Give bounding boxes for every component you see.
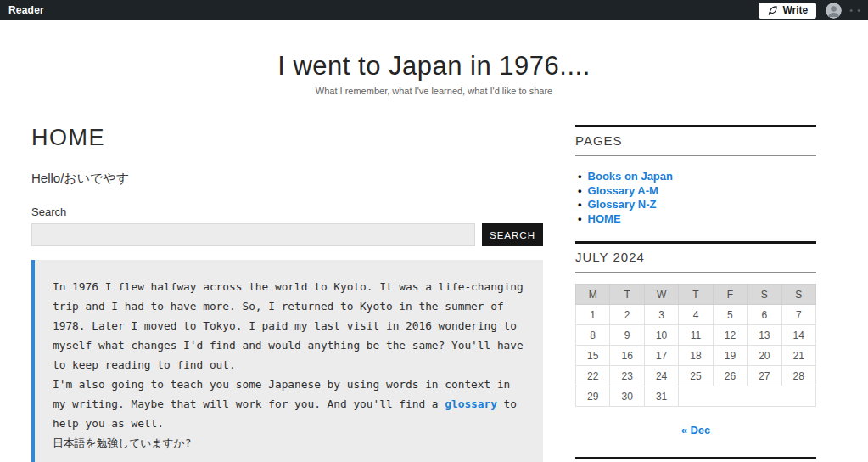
calendar-day-cell: 4	[679, 305, 713, 325]
calendar-day-header: F	[713, 285, 747, 305]
intro-line: myself what changes I'd find and would a…	[53, 335, 533, 355]
search-button[interactable]: SEARCH	[482, 223, 543, 246]
calendar-day-cell: 25	[679, 366, 713, 386]
calendar-week-row: 15161718192021	[576, 346, 816, 366]
pages-widget-heading: PAGES	[575, 127, 816, 156]
page-link[interactable]: HOME	[588, 212, 621, 225]
calendar-day-cell: 23	[610, 366, 644, 386]
intro-line: I'm also going to teach you some Japanes…	[53, 375, 533, 394]
calendar-day-cell: 7	[781, 305, 815, 325]
intro-line: to keep reading to find out.	[53, 355, 533, 375]
search-label: Search	[31, 206, 543, 218]
calendar-day-header: M	[576, 285, 610, 305]
calendar-day-cell: 6	[748, 305, 781, 325]
intro-line: help you as well.	[53, 414, 533, 433]
calendar-day-cell: 19	[713, 346, 747, 366]
intro-line: 日本語を勉強していますか?	[53, 433, 533, 453]
calendar-week-row: 1234567	[576, 305, 816, 325]
calendar-day-cell: 26	[713, 366, 747, 386]
intro-line: In 1976 I flew halfway across the world …	[53, 277, 533, 296]
page-link[interactable]: Glossary A-M	[588, 184, 658, 197]
previous-month-link[interactable]: « Dec	[681, 424, 711, 437]
pages-list-item: Glossary N-Z	[578, 199, 816, 211]
additional-widget: Additional links	[575, 457, 816, 462]
calendar-day-cell: 10	[644, 325, 678, 346]
calendar-day-cell: 30	[610, 386, 644, 407]
calendar-day-cell: 20	[748, 346, 781, 366]
calendar-day-header: S	[748, 285, 781, 305]
write-button[interactable]: Write	[759, 3, 816, 19]
calendar-day-header: W	[644, 285, 678, 305]
pages-list-item: Books on Japan	[578, 171, 816, 183]
calendar-day-cell: 22	[576, 366, 610, 386]
intro-blockquote: In 1976 I flew halfway across the world …	[31, 260, 543, 462]
intro-line-text: to	[497, 397, 517, 410]
write-button-label: Write	[782, 4, 808, 16]
calendar-day-header: T	[610, 285, 644, 305]
search-input[interactable]	[31, 223, 475, 246]
calendar-day-cell: 29	[576, 386, 610, 407]
calendar-day-cell: 24	[644, 366, 678, 386]
calendar-day-header-row: MTWTFSS	[576, 285, 816, 305]
calendar-day-cell: 5	[713, 305, 747, 325]
calendar-day-cell: 2	[610, 305, 644, 325]
calendar-day-header: S	[781, 285, 815, 305]
site-header: I went to Japan in 1976.... What I remem…	[0, 20, 868, 96]
more-menu-partial-icon[interactable]: • •	[849, 5, 861, 15]
content-area: HOME Hello/おいでやす Search SEARCH In 1976 I…	[0, 125, 868, 462]
page-title: HOME	[31, 125, 543, 150]
calendar-day-cell: 16	[610, 346, 644, 366]
site-tagline: What I remember, what I've learned, what…	[0, 86, 868, 96]
calendar-empty-cell	[679, 386, 816, 407]
intro-line: my writing. Maybe that will work for you…	[53, 394, 533, 414]
calendar-day-header: T	[679, 285, 713, 305]
pages-list-item: Glossary A-M	[578, 185, 816, 198]
calendar-day-cell: 9	[610, 325, 644, 346]
calendar-day-cell: 13	[748, 325, 781, 346]
calendar-day-cell: 18	[679, 346, 713, 366]
calendar-day-cell: 8	[576, 325, 610, 346]
calendar-day-cell: 11	[679, 325, 713, 346]
glossary-link[interactable]: glossary	[445, 397, 497, 410]
intro-line-text: my writing. Maybe that will work for you…	[53, 397, 445, 410]
page-link[interactable]: Glossary N-Z	[588, 198, 657, 211]
calendar-day-cell: 27	[748, 366, 781, 386]
intro-line: 1978. Later I moved to Tokyo. I paid my …	[53, 316, 533, 335]
calendar-day-cell: 1	[576, 305, 610, 325]
calendar-week-row: 22232425262728	[576, 366, 816, 386]
pen-icon	[767, 5, 778, 16]
pages-list: Books on JapanGlossary A-MGlossary N-ZHO…	[575, 171, 816, 225]
reader-menu[interactable]: Reader	[8, 4, 44, 16]
calendar-day-cell: 14	[781, 325, 815, 346]
intro-line: trip and I had to have more. So, I retur…	[53, 296, 533, 316]
calendar-day-cell: 21	[781, 346, 815, 366]
search-form: SEARCH	[31, 223, 543, 246]
calendar-body: 1234567891011121314151617181920212223242…	[576, 305, 816, 407]
greeting-text: Hello/おいでやす	[31, 171, 543, 187]
main-column: HOME Hello/おいでやす Search SEARCH In 1976 I…	[31, 125, 543, 462]
calendar-month-heading: JULY 2024	[575, 244, 816, 273]
calendar-week-row: 293031	[576, 386, 816, 407]
pages-widget: PAGES Books on JapanGlossary A-MGlossary…	[575, 125, 816, 225]
calendar-day-cell: 3	[644, 305, 678, 325]
calendar-table: MTWTFSS 12345678910111213141516171819202…	[575, 284, 816, 407]
calendar-widget: JULY 2024 MTWTFSS 1234567891011121314151…	[575, 241, 816, 437]
calendar-day-cell: 15	[576, 346, 610, 366]
admin-bar: Reader Write • •	[0, 0, 868, 20]
calendar-day-cell: 31	[644, 386, 678, 407]
calendar-nav: « Dec	[575, 422, 816, 437]
site-title[interactable]: I went to Japan in 1976....	[0, 51, 868, 82]
calendar-day-cell: 28	[781, 366, 815, 386]
sidebar: PAGES Books on JapanGlossary A-MGlossary…	[575, 125, 816, 462]
pages-list-item: HOME	[578, 213, 816, 226]
calendar-day-cell: 17	[644, 346, 678, 366]
calendar-day-cell: 12	[713, 325, 747, 346]
user-avatar[interactable]	[826, 3, 842, 19]
page-link[interactable]: Books on Japan	[588, 170, 673, 183]
calendar-week-row: 891011121314	[576, 325, 816, 346]
